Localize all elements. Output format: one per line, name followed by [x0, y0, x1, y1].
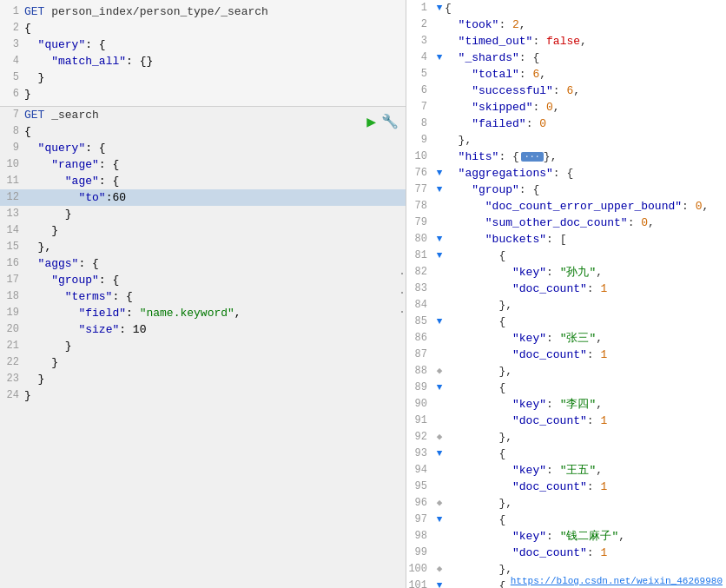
left-line-23: 23 } — [0, 371, 406, 387]
right-line-92: 92 ◆ }, — [406, 429, 726, 446]
right-line-97: 97 ▼ { — [406, 512, 726, 528]
right-line-87: 87 "doc_count": 1 — [406, 347, 726, 363]
right-line-95: 95 "doc_count": 1 — [406, 479, 726, 495]
right-line-86: 86 "key": "张三", — [406, 330, 726, 347]
right-line-94: 94 "key": "王五", — [406, 462, 726, 479]
left-line-5: 5 } — [0, 69, 406, 86]
left-line-3: 3 "query": { — [0, 36, 406, 53]
left-line-1: 1 GET person_index/person_type/_search — [0, 3, 406, 20]
right-line-3: 3 "timed_out": false, — [406, 33, 726, 50]
right-line-89: 89 ▼ { — [406, 380, 726, 396]
right-line-76: 76 ▼ "aggregations": { — [406, 165, 726, 182]
right-line-91: 91 "doc_count": 1 — [406, 413, 726, 429]
left-panel-top: 1 GET person_index/person_type/_search 2… — [0, 0, 406, 107]
right-line-6: 6 "successful": 6, — [406, 83, 726, 99]
right-line-80: 80 ▼ "buckets": [ — [406, 231, 726, 248]
left-line-20: 20 "size": 10 — [0, 321, 406, 338]
right-line-84: 84 }, — [406, 297, 726, 314]
left-line-21: 21 } — [0, 338, 406, 354]
left-line-10: 10 "range": { — [0, 156, 406, 173]
collapsed-badge[interactable]: ··· — [521, 152, 544, 162]
right-line-96: 96 ◆ }, — [406, 495, 726, 512]
right-line-83: 83 "doc_count": 1 — [406, 281, 726, 297]
right-line-78: 78 "doc_count_error_upper_bound": 0, — [406, 198, 726, 215]
left-line-12: 12 "to":60 — [0, 189, 406, 206]
right-line-10: 10 "hits": {···}, — [406, 149, 726, 165]
right-line-93: 93 ▼ { — [406, 446, 726, 462]
right-line-7: 7 "skipped": 0, — [406, 99, 726, 116]
right-line-8: 8 "failed": 0 — [406, 116, 726, 132]
right-line-1: 1 ▼ { — [406, 0, 726, 17]
left-line-6: 6 } — [0, 86, 406, 102]
right-line-5: 5 "total": 6, — [406, 66, 726, 83]
left-line-11: 11 "age": { — [0, 173, 406, 189]
left-line-14: 14 } — [0, 222, 406, 239]
right-line-85: 85 ▼ { — [406, 314, 726, 330]
left-line-16: 16 "aggs": { — [0, 255, 406, 272]
left-line-13: 13 } — [0, 206, 406, 222]
right-line-79: 79 "sum_other_doc_count": 0, — [406, 215, 726, 231]
right-line-90: 90 "key": "李四", — [406, 396, 726, 413]
left-line-9: 9 "query": { — [0, 140, 406, 156]
right-line-88: 88 ◆ }, — [406, 363, 726, 380]
left-line-22: 22 } — [0, 354, 406, 371]
left-line-18: 18 "terms": { — [0, 288, 406, 305]
vertical-divider: ⋮⋮⋮ — [399, 266, 406, 323]
left-panel: 1 GET person_index/person_type/_search 2… — [0, 0, 406, 588]
left-line-19: 19 "field": "name.keyword", — [0, 305, 406, 321]
right-line-4: 4 ▼ "_shards": { — [406, 50, 726, 66]
right-line-82: 82 "key": "孙九", — [406, 264, 726, 281]
settings-icon[interactable]: 🔧 — [381, 113, 399, 130]
left-line-15: 15 }, — [0, 239, 406, 255]
right-line-9: 9 }, — [406, 132, 726, 149]
left-line-8: 8 { — [0, 123, 406, 140]
left-panel-bottom: ▶ 🔧 7 GET _search 8 { 9 "query": { 10 "r… — [0, 107, 406, 588]
left-line-17: 17 "group": { — [0, 272, 406, 288]
right-panel: 1 ▼ { 2 "took": 2, 3 "timed_out": false,… — [406, 0, 726, 588]
right-line-98: 98 "key": "钱二麻子", — [406, 528, 726, 545]
toolbar-icons: ▶ 🔧 — [366, 112, 399, 131]
left-line-4: 4 "match_all": {} — [0, 53, 406, 69]
play-button[interactable]: ▶ — [366, 112, 376, 131]
left-line-24: 24 } — [0, 387, 406, 404]
right-line-99: 99 "doc_count": 1 — [406, 545, 726, 561]
right-line-77: 77 ▼ "group": { — [406, 182, 726, 198]
right-line-81: 81 ▼ { — [406, 248, 726, 264]
right-line-2: 2 "took": 2, — [406, 17, 726, 33]
left-line-2: 2 { — [0, 20, 406, 36]
left-line-7: 7 GET _search — [0, 107, 406, 123]
csdn-link[interactable]: https://blog.csdn.net/weixin_46269980 — [511, 576, 723, 586]
